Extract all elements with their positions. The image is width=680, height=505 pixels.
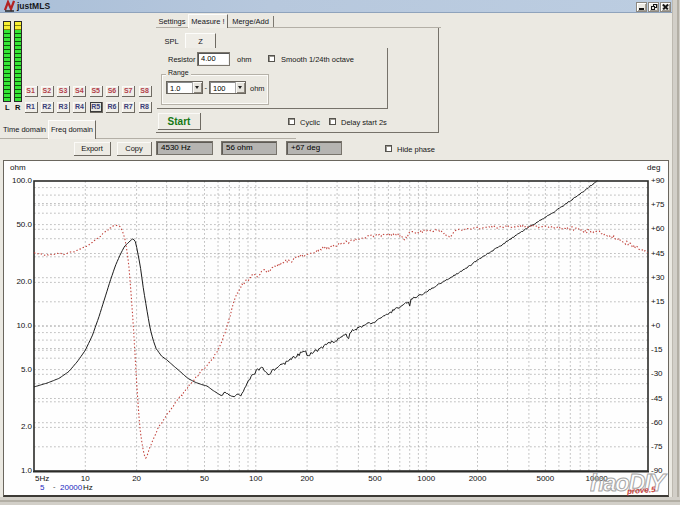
response-button-r4[interactable]: R4: [73, 102, 86, 113]
signal-button-s7[interactable]: S7: [122, 86, 135, 97]
start-button[interactable]: Start: [158, 113, 201, 130]
signal-button-s6[interactable]: S6: [106, 86, 119, 97]
minimize-button[interactable]: [636, 2, 647, 13]
vu-level-segments: [4, 30, 10, 101]
readout-impedance: 56 ohm: [221, 141, 277, 155]
right-tick--15: -15: [651, 345, 663, 354]
left-tick-50.0: 50.0: [16, 220, 32, 229]
app-icon: [4, 0, 15, 12]
left-tick-2.0: 2.0: [21, 422, 32, 431]
resistor-unit: ohm: [237, 55, 252, 64]
left-tick-100.0: 100.0: [12, 176, 32, 185]
response-button-r5[interactable]: R5: [90, 102, 103, 113]
vu-peak-segment: [15, 22, 21, 30]
response-button-r1[interactable]: R1: [25, 102, 38, 113]
response-button-r8[interactable]: R8: [139, 102, 152, 113]
tab-time-domain[interactable]: Time domain: [1, 122, 48, 139]
dropdown-arrow-icon[interactable]: [192, 82, 202, 93]
x-tick-500: 500: [368, 474, 381, 483]
response-button-r2[interactable]: R2: [41, 102, 54, 113]
title-bar[interactable]: justMLS: [0, 0, 674, 13]
right-tick-+75: +75: [651, 200, 665, 209]
range-to-combo[interactable]: 100: [209, 81, 246, 94]
vu-right-label: R: [15, 103, 20, 112]
tab-z[interactable]: Z: [185, 33, 216, 49]
freq-range-from[interactable]: 5: [40, 483, 44, 492]
vu-left-label: L: [5, 103, 10, 112]
window-right-border: [672, 0, 680, 505]
x-tick-200: 200: [300, 474, 313, 483]
window-bottom-border: [0, 497, 680, 505]
readout-phase: +67 deg: [286, 141, 342, 155]
restore-button[interactable]: [648, 2, 659, 13]
right-tick--45: -45: [651, 394, 663, 403]
x-tick-50: 50: [200, 474, 209, 483]
restore-icon-front: [651, 6, 655, 10]
domain-tabline: [0, 138, 296, 139]
copy-button[interactable]: Copy: [117, 142, 152, 156]
delay-checkbox[interactable]: [329, 118, 336, 125]
right-tick--30: -30: [651, 369, 663, 378]
tab-measure[interactable]: Measure !: [188, 14, 228, 29]
freq-range-unit: Hz: [83, 483, 93, 492]
app-window: justMLS L R S1S2S3S4S5S6S7S8R1R2R3R4R5R6…: [0, 0, 680, 505]
x-tick-10: 10: [81, 474, 90, 483]
resistor-input[interactable]: 4.00: [197, 52, 230, 66]
dropdown-arrow-icon[interactable]: [235, 82, 245, 93]
right-tick--60: -60: [651, 418, 663, 427]
vu-level-segments: [15, 30, 21, 101]
range-unit: ohm: [250, 84, 265, 93]
cyclic-checkbox[interactable]: [288, 118, 295, 125]
hide-phase-checkbox[interactable]: [385, 145, 392, 152]
tab-freq-domain[interactable]: Freq domain: [48, 120, 96, 139]
chart-panel: [3, 160, 669, 497]
right-tick-+45: +45: [651, 249, 665, 258]
smooth-checkbox[interactable]: [268, 55, 275, 62]
delay-label: Delay start 2s: [341, 118, 387, 127]
vu-meter-left: [3, 21, 11, 102]
signal-button-s1[interactable]: S1: [25, 86, 38, 97]
cyclic-label: Cyclic: [300, 118, 320, 127]
right-axis-title: deg: [647, 163, 660, 172]
response-button-r3[interactable]: R3: [57, 102, 70, 113]
signal-button-s4[interactable]: S4: [73, 86, 86, 97]
right-tick-+90: +90: [651, 176, 665, 185]
right-tick-+30: +30: [651, 273, 665, 282]
left-tick-10.0: 10.0: [16, 321, 32, 330]
x-tick-100: 100: [249, 474, 262, 483]
readout-frequency: 4530 Hz: [156, 141, 213, 155]
window-title: justMLS: [17, 0, 50, 13]
vu-peak-segment: [4, 22, 10, 30]
signal-button-s5[interactable]: S5: [90, 86, 103, 97]
right-tick--75: -75: [651, 442, 663, 451]
response-button-r7[interactable]: R7: [122, 102, 135, 113]
left-axis-title: ohm: [10, 163, 26, 172]
range-from-value: 1.0: [170, 84, 180, 93]
x-tick-5Hz: 5Hz: [35, 474, 49, 483]
right-tick-+60: +60: [651, 224, 665, 233]
left-tick-20.0: 20.0: [16, 277, 32, 286]
freq-range-separator: -: [53, 482, 56, 491]
range-from-combo[interactable]: 1.0: [166, 81, 203, 94]
left-tick-5.0: 5.0: [21, 365, 32, 374]
x-tick-5000: 5000: [536, 474, 554, 483]
freq-range-to[interactable]: 20000: [60, 483, 82, 492]
x-tick-2000: 2000: [469, 474, 487, 483]
hide-phase-label: Hide phase: [397, 145, 435, 154]
response-button-r6[interactable]: R6: [106, 102, 119, 113]
signal-button-s3[interactable]: S3: [57, 86, 70, 97]
x-tick-1000: 1000: [417, 474, 435, 483]
signal-button-s2[interactable]: S2: [41, 86, 54, 97]
export-button[interactable]: Export: [74, 142, 111, 156]
range-to-value: 100: [213, 84, 226, 93]
close-button[interactable]: [660, 2, 671, 13]
range-separator: -: [205, 83, 208, 92]
smooth-label: Smooth 1/24th octave: [281, 55, 354, 64]
minimize-icon: [639, 8, 644, 10]
signal-button-s8[interactable]: S8: [139, 86, 152, 97]
left-tick-1.0: 1.0: [21, 466, 32, 475]
range-label: Range: [166, 69, 191, 76]
vu-meter-right: [14, 21, 22, 102]
tab-spl[interactable]: SPL: [158, 35, 185, 48]
right-tick-+0: +0: [651, 321, 660, 330]
